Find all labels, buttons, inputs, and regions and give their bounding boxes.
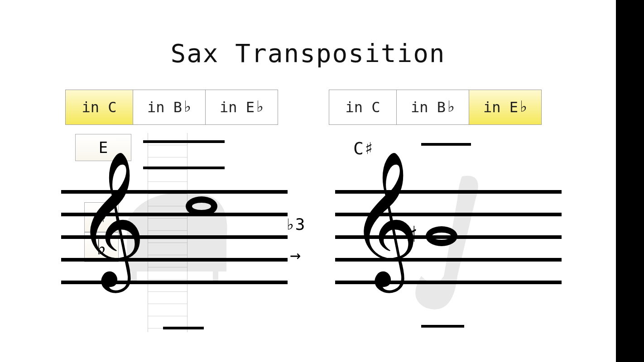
tab-label: in B (411, 99, 446, 116)
flat-icon: ♭ (447, 97, 455, 115)
ledger-line (143, 167, 225, 169)
flat-icon: ♭ (184, 97, 191, 115)
tab-label: in B (147, 99, 182, 116)
tab-label: in E (220, 99, 255, 116)
ledger-line (143, 140, 225, 143)
source-note[interactable] (186, 196, 217, 216)
ledger-line (421, 325, 464, 328)
right-letterbox (616, 0, 644, 362)
tab-label: in E (483, 99, 518, 116)
target-note (426, 226, 457, 246)
tab-left-in-eb[interactable]: in E♭ (206, 90, 278, 125)
interval-label: ♭3 (285, 215, 305, 233)
tab-left-in-bb[interactable]: in B♭ (133, 90, 206, 125)
sharp-accidental-icon: ♯ (406, 221, 418, 250)
tab-label: in C (345, 99, 380, 116)
flat-icon: ♭ (256, 97, 264, 115)
tab-label: in C (82, 99, 116, 116)
left-key-tabs: in C in B♭ in E♭ (65, 90, 278, 125)
arrow-icon: → (290, 244, 301, 265)
ledger-line (421, 143, 471, 146)
flat-icon: ♭ (520, 97, 527, 115)
tab-right-in-eb[interactable]: in E♭ (469, 90, 542, 125)
right-key-tabs: in C in B♭ in E♭ (329, 90, 542, 125)
ledger-line (163, 327, 204, 329)
page-title: Sax Transposition (0, 38, 616, 68)
treble-clef-icon: 𝄞 (76, 159, 146, 277)
tab-right-in-c[interactable]: in C (329, 90, 397, 125)
treble-clef-icon: 𝄞 (350, 159, 419, 277)
tab-right-in-bb[interactable]: in B♭ (397, 90, 469, 125)
tab-left-in-c[interactable]: in C (65, 90, 133, 125)
